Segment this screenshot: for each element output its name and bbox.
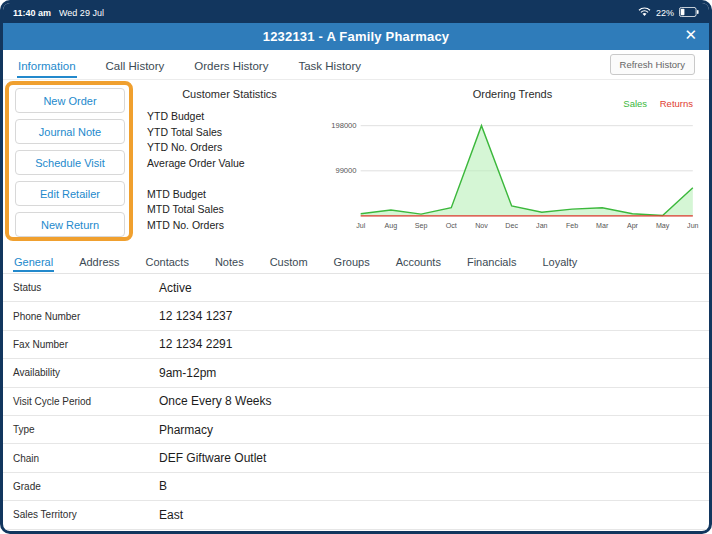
subtab-notes[interactable]: Notes	[214, 250, 245, 272]
svg-text:Sep: Sep	[415, 222, 428, 230]
field-label-availability: Availability	[13, 367, 159, 378]
subtab-loyalty[interactable]: Loyalty	[541, 250, 578, 272]
status-bar: 11:40 am Wed 29 Jul 22%	[3, 3, 709, 23]
table-row: Phone Number 12 1234 1237	[3, 302, 709, 330]
stat-spacer	[137, 171, 322, 187]
subtab-financials[interactable]: Financials	[466, 250, 518, 272]
status-left: 11:40 am Wed 29 Jul	[13, 8, 104, 18]
clock-date: Wed 29 Jul	[59, 8, 104, 18]
subtab-accounts[interactable]: Accounts	[395, 250, 442, 272]
stat-ytd-no-orders: YTD No. Orders	[137, 140, 322, 156]
table-row: Sales Territory East	[3, 501, 709, 529]
field-label-fax: Fax Number	[13, 339, 159, 350]
subtab-custom[interactable]: Custom	[269, 250, 309, 272]
chart-header: Ordering Trends Sales Returns	[324, 84, 701, 110]
svg-text:Aug: Aug	[385, 222, 398, 230]
table-row: Status Active	[3, 274, 709, 302]
refresh-history-button[interactable]: Refresh History	[610, 54, 695, 75]
page-title: 1232131 - A Family Pharmacy	[263, 29, 450, 44]
svg-text:Mar: Mar	[596, 222, 609, 230]
table-row: Type Pharmacy	[3, 416, 709, 444]
tab-call-history[interactable]: Call History	[105, 52, 166, 78]
subtab-contacts[interactable]: Contacts	[145, 250, 190, 272]
customer-statistics-panel: Customer Statistics YTD Budget YTD Total…	[137, 80, 322, 248]
chart-legend: Sales Returns	[613, 98, 693, 109]
ordering-trends-chart: 99000198000JulAugSepOctNovDecJanFebMarAp…	[324, 110, 701, 234]
field-value-visit-cycle: Once Every 8 Weeks	[159, 394, 272, 408]
quick-actions-panel: New Order Journal Note Schedule Visit Ed…	[3, 80, 137, 248]
general-details-table: Status Active Phone Number 12 1234 1237 …	[3, 274, 709, 531]
detail-tab-bar: General Address Contacts Notes Custom Gr…	[3, 248, 709, 274]
new-order-button[interactable]: New Order	[15, 88, 125, 113]
legend-returns: Returns	[660, 98, 693, 109]
stat-mtd-budget: MTD Budget	[137, 187, 322, 203]
svg-text:Jun: Jun	[687, 222, 699, 230]
field-label-grade: Grade	[13, 481, 159, 492]
battery-percent: 22%	[656, 8, 674, 18]
app-window: 11:40 am Wed 29 Jul 22% 12321	[0, 0, 712, 534]
subtab-address[interactable]: Address	[78, 250, 120, 272]
field-value-type: Pharmacy	[159, 423, 213, 437]
field-value-phone: 12 1234 1237	[159, 309, 232, 323]
svg-text:198000: 198000	[331, 121, 356, 130]
wifi-icon	[638, 7, 651, 19]
svg-text:Feb: Feb	[566, 222, 578, 230]
stat-ytd-budget: YTD Budget	[137, 109, 322, 125]
svg-text:May: May	[656, 222, 670, 230]
subtab-general[interactable]: General	[13, 250, 54, 272]
status-right: 22%	[638, 7, 699, 19]
legend-sales: Sales	[623, 98, 647, 109]
svg-text:Jan: Jan	[536, 222, 548, 230]
battery-icon	[679, 7, 699, 19]
new-return-button[interactable]: New Return	[15, 212, 125, 237]
svg-text:Oct: Oct	[446, 222, 457, 230]
field-label-visit-cycle: Visit Cycle Period	[13, 396, 159, 407]
close-icon[interactable]: ✕	[684, 26, 697, 44]
svg-text:Dec: Dec	[505, 222, 518, 230]
svg-text:Apr: Apr	[627, 222, 639, 230]
top-section: New Order Journal Note Schedule Visit Ed…	[3, 80, 709, 248]
stat-mtd-total-sales: MTD Total Sales	[137, 202, 322, 218]
field-label-type: Type	[13, 424, 159, 435]
clock-time: 11:40 am	[13, 8, 51, 18]
svg-text:Jul: Jul	[356, 222, 366, 230]
svg-text:Nov: Nov	[475, 222, 488, 230]
main-tab-bar: Information Call History Orders History …	[3, 50, 709, 80]
field-value-status: Active	[159, 281, 192, 295]
app-header: 1232131 - A Family Pharmacy ✕	[3, 23, 709, 50]
customer-statistics-title: Customer Statistics	[137, 88, 322, 100]
field-value-chain: DEF Giftware Outlet	[159, 451, 266, 465]
table-row: Fax Number 12 1234 2291	[3, 331, 709, 359]
table-row: Availability 9am-12pm	[3, 359, 709, 387]
stat-average-order-value: Average Order Value	[137, 156, 322, 172]
table-row: Grade B	[3, 473, 709, 501]
tab-task-history[interactable]: Task History	[297, 52, 362, 78]
ordering-trends-panel: Ordering Trends Sales Returns 9900019800…	[322, 80, 709, 248]
table-row: Visit Cycle Period Once Every 8 Weeks	[3, 388, 709, 416]
field-label-phone: Phone Number	[13, 311, 159, 322]
svg-text:99000: 99000	[335, 166, 356, 175]
edit-retailer-button[interactable]: Edit Retailer	[15, 181, 125, 206]
subtab-groups[interactable]: Groups	[333, 250, 371, 272]
tab-orders-history[interactable]: Orders History	[193, 52, 269, 78]
stat-mtd-no-orders: MTD No. Orders	[137, 218, 322, 234]
field-value-grade: B	[159, 479, 167, 493]
field-label-status: Status	[13, 282, 159, 293]
schedule-visit-button[interactable]: Schedule Visit	[15, 150, 125, 175]
field-value-fax: 12 1234 2291	[159, 337, 232, 351]
field-value-sales-territory: East	[159, 508, 183, 522]
journal-note-button[interactable]: Journal Note	[15, 119, 125, 144]
field-value-availability: 9am-12pm	[159, 366, 216, 380]
field-label-chain: Chain	[13, 453, 159, 464]
table-row: Chain DEF Giftware Outlet	[3, 444, 709, 472]
stat-ytd-total-sales: YTD Total Sales	[137, 125, 322, 141]
tab-information[interactable]: Information	[17, 52, 77, 78]
field-label-sales-territory: Sales Territory	[13, 509, 159, 520]
